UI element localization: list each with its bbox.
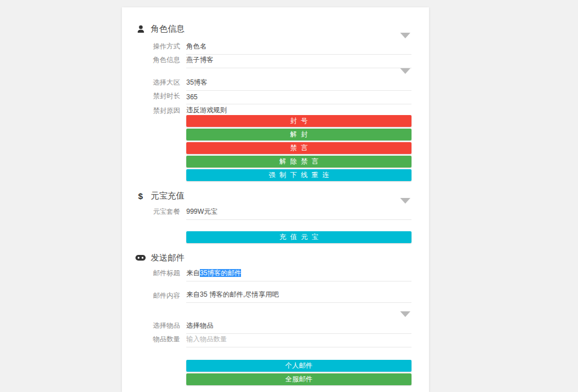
role-info-row: 角色信息 燕子博客	[153, 55, 411, 68]
mail-content-textarea[interactable]: 来自35 博客的邮件,尽情享用吧	[186, 287, 411, 303]
item-select-row: 选择物品 选择物品	[153, 320, 411, 334]
role-info-value: 燕子博客	[186, 56, 213, 64]
server-select[interactable]: 35博客	[186, 78, 411, 91]
section-title-text: 角色信息	[151, 24, 185, 34]
field-label: 角色信息	[153, 55, 186, 68]
recharge-section-title: $ 元宝充值	[135, 190, 411, 202]
mail-section-title: 发送邮件	[135, 252, 411, 264]
chevron-down-icon[interactable]	[400, 68, 410, 74]
item-count-input[interactable]: 输入物品数量	[186, 334, 411, 347]
item-count-placeholder: 输入物品数量	[186, 335, 227, 343]
operation-row: 操作方式 角色名	[153, 41, 411, 55]
unmute-button[interactable]: 解除禁言	[186, 156, 411, 168]
server-value: 35博客	[186, 78, 207, 86]
ban-reason-input[interactable]: 违反游戏规则	[186, 104, 411, 118]
mail-content-value: 来自35 博客的邮件,尽情享用吧	[186, 290, 279, 298]
personal-mail-button[interactable]: 个人邮件	[186, 360, 411, 372]
field-label: 操作方式	[153, 42, 186, 55]
field-label: 选择大区	[153, 78, 186, 91]
operation-value: 角色名	[186, 42, 207, 50]
unban-button[interactable]: 解封	[186, 129, 411, 140]
section-title-text: 元宝充值	[151, 191, 185, 201]
force-reconnect-button[interactable]: 强制下线重连	[186, 169, 411, 181]
ban-reason-row: 禁封原因 违反游戏规则	[153, 104, 411, 115]
ban-duration-row: 禁封时长 365	[153, 91, 411, 104]
package-row: 元宝套餐 999W元宝	[153, 206, 411, 220]
mail-title-selected-text: 35博客的邮件	[200, 269, 241, 277]
item-select-value: 选择物品	[186, 321, 213, 329]
field-label: 选择物品	[153, 321, 186, 334]
ban-reason-value: 违反游戏规则	[186, 106, 227, 114]
field-label: 邮件标题	[153, 268, 186, 281]
mail-content-row: 邮件内容 来自35 博客的邮件,尽情享用吧	[153, 287, 411, 311]
role-section-title: 角色信息	[135, 23, 411, 35]
dollar-icon: $	[135, 191, 146, 201]
item-count-row: 物品数量 输入物品数量	[153, 334, 411, 347]
package-value: 999W元宝	[186, 208, 217, 215]
field-label: 物品数量	[153, 334, 186, 347]
field-label: 元宝套餐	[153, 207, 186, 220]
chevron-down-icon[interactable]	[400, 33, 410, 38]
admin-panel-card: 角色信息 操作方式 角色名 角色信息 燕子博客 选择大区 35博客 禁封时长	[122, 7, 429, 392]
mute-button[interactable]: 禁言	[186, 142, 411, 154]
gamepad-icon	[135, 254, 146, 261]
field-label: 禁封时长	[153, 91, 186, 104]
chevron-down-icon[interactable]	[400, 311, 410, 317]
recharge-button[interactable]: 充值元宝	[186, 231, 411, 243]
role-info-input[interactable]: 燕子博客	[186, 55, 411, 68]
item-select[interactable]: 选择物品	[186, 321, 411, 334]
mail-title-row: 邮件标题 来自35博客的邮件	[153, 268, 411, 281]
field-label: 禁封原因	[153, 104, 186, 119]
package-select[interactable]: 999W元宝	[186, 207, 411, 220]
mail-title-input[interactable]: 来自35博客的邮件	[186, 268, 411, 281]
mail-title-prefix: 来自	[186, 269, 200, 277]
server-row: 选择大区 35博客	[153, 77, 411, 91]
ban-duration-value: 365	[186, 93, 198, 101]
field-label: 邮件内容	[153, 287, 186, 304]
chevron-down-icon[interactable]	[400, 198, 410, 204]
operation-select[interactable]: 角色名	[186, 42, 411, 55]
section-title-text: 发送邮件	[151, 253, 185, 263]
user-icon	[135, 25, 146, 33]
global-mail-button[interactable]: 全服邮件	[186, 373, 411, 385]
ban-duration-input[interactable]: 365	[186, 93, 411, 104]
